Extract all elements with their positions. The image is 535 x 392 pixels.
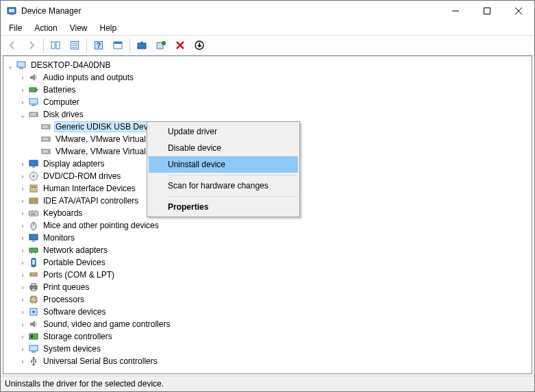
printer-icon xyxy=(28,282,39,293)
uninstall-button[interactable] xyxy=(171,36,189,54)
svg-rect-16 xyxy=(114,42,122,44)
node-label: Ports (COM & LPT) xyxy=(42,269,116,280)
node-label: Processors xyxy=(42,294,86,305)
node-label: Portable Devices xyxy=(42,257,107,268)
tree-node[interactable]: › Portable Devices xyxy=(3,256,532,269)
tree-node[interactable]: › Network adapters xyxy=(3,244,532,256)
collapse-icon[interactable]: ⌄ xyxy=(17,109,28,120)
tree-node[interactable]: › Ports (COM & LPT) xyxy=(3,269,532,281)
maximize-button[interactable] xyxy=(471,1,503,21)
tree-node[interactable]: › Monitors xyxy=(3,232,532,244)
close-button[interactable] xyxy=(503,1,534,21)
expand-icon[interactable]: › xyxy=(17,294,28,305)
expand-icon[interactable]: › xyxy=(17,158,28,169)
ctx-properties[interactable]: Properties xyxy=(149,199,298,215)
svg-point-64 xyxy=(31,274,32,275)
svg-point-39 xyxy=(33,175,35,177)
toolbar-separator xyxy=(129,38,130,52)
leaf-spacer xyxy=(29,121,40,132)
tree-node[interactable]: › Batteries xyxy=(3,84,532,96)
svg-rect-57 xyxy=(32,241,35,242)
svg-point-33 xyxy=(48,138,49,140)
tree-node-disk-drives[interactable]: ⌄ Disk drives xyxy=(3,108,532,121)
tree-node[interactable]: › Computer xyxy=(3,96,532,108)
expand-icon[interactable]: › xyxy=(17,343,28,354)
cpu-icon xyxy=(28,294,39,305)
node-label: DESKTOP-D4A0DNB xyxy=(29,60,112,71)
menu-file[interactable]: File xyxy=(3,22,27,34)
tree-node[interactable]: › Mice and other pointing devices xyxy=(3,219,532,232)
svg-rect-50 xyxy=(33,212,34,213)
tree-node[interactable]: › Processors xyxy=(3,293,532,306)
minimize-button[interactable] xyxy=(440,1,471,21)
svg-rect-53 xyxy=(31,214,36,215)
expand-icon[interactable]: › xyxy=(17,331,28,342)
tree-node[interactable]: › Sound, video and game controllers xyxy=(3,318,532,330)
ctx-scan-hardware[interactable]: Scan for hardware changes xyxy=(149,177,298,194)
forward-button[interactable] xyxy=(23,36,40,54)
show-hide-console-button[interactable] xyxy=(47,36,64,54)
svg-rect-42 xyxy=(34,186,36,188)
storage-icon xyxy=(28,331,39,342)
expand-icon[interactable]: › xyxy=(17,232,28,243)
tree-view[interactable]: ⌄ DESKTOP-D4A0DNB › Audio inputs and out… xyxy=(3,56,532,374)
tree-node[interactable]: › Software devices xyxy=(3,306,532,318)
svg-point-31 xyxy=(48,126,49,127)
action-button[interactable] xyxy=(109,36,127,54)
menu-action[interactable]: Action xyxy=(29,22,62,34)
ctx-uninstall-device[interactable]: Uninstall device xyxy=(149,156,298,173)
scan-hardware-button[interactable] xyxy=(152,36,170,54)
tree-root[interactable]: ⌄ DESKTOP-D4A0DNB xyxy=(3,59,532,71)
tree-node[interactable]: › Audio inputs and outputs xyxy=(3,71,532,84)
expand-icon[interactable]: › xyxy=(17,72,28,83)
svg-point-35 xyxy=(48,151,49,152)
portable-icon xyxy=(28,257,39,268)
svg-rect-84 xyxy=(32,352,36,353)
expand-icon[interactable]: › xyxy=(17,220,28,231)
ctx-update-driver[interactable]: Update driver xyxy=(149,123,298,140)
tree-node[interactable]: › System devices xyxy=(3,343,532,355)
expand-icon[interactable]: › xyxy=(17,208,28,219)
expand-icon[interactable]: › xyxy=(17,97,28,108)
toolbar-separator xyxy=(86,38,87,52)
expand-icon[interactable]: › xyxy=(17,245,28,256)
tree-node[interactable]: › Storage controllers xyxy=(3,330,532,343)
svg-rect-2 xyxy=(10,14,14,15)
tree-node[interactable]: › Universal Serial Bus controllers xyxy=(3,355,532,367)
svg-rect-70 xyxy=(31,297,36,302)
node-label: Universal Serial Bus controllers xyxy=(42,356,159,367)
svg-point-66 xyxy=(35,274,36,275)
menu-view[interactable]: View xyxy=(64,22,93,34)
ctx-separator xyxy=(168,196,297,197)
display-icon xyxy=(28,158,39,169)
context-menu: Update driver Disable device Uninstall d… xyxy=(147,121,300,217)
expand-icon[interactable]: › xyxy=(17,319,28,330)
tree-node[interactable]: › Print queues xyxy=(3,281,532,293)
svg-rect-68 xyxy=(32,284,36,286)
expand-icon[interactable]: › xyxy=(17,306,28,317)
expand-icon[interactable]: › xyxy=(17,84,28,95)
help-button[interactable]: ? xyxy=(90,36,108,54)
network-icon xyxy=(28,245,39,256)
svg-rect-24 xyxy=(29,88,36,92)
update-driver-button[interactable] xyxy=(133,36,151,54)
expand-icon[interactable]: › xyxy=(17,257,28,268)
expand-icon[interactable]: › xyxy=(17,195,28,206)
expand-icon[interactable]: › xyxy=(17,356,28,367)
leaf-spacer xyxy=(29,146,40,157)
svg-rect-47 xyxy=(29,211,38,216)
expand-icon[interactable]: › xyxy=(17,171,28,182)
collapse-icon[interactable]: ⌄ xyxy=(5,60,16,71)
properties-button[interactable] xyxy=(66,36,84,54)
svg-rect-27 xyxy=(32,105,36,106)
svg-rect-52 xyxy=(36,212,36,213)
menu-help[interactable]: Help xyxy=(95,22,123,34)
node-label: Generic UDISK USB Device xyxy=(54,121,160,132)
expand-icon[interactable]: › xyxy=(17,183,28,194)
expand-icon[interactable]: › xyxy=(17,282,28,293)
disable-button[interactable] xyxy=(190,36,208,54)
ctx-disable-device[interactable]: Disable device xyxy=(149,140,298,156)
menubar: File Action View Help xyxy=(1,21,534,35)
back-button[interactable] xyxy=(3,36,21,54)
expand-icon[interactable]: › xyxy=(17,269,28,280)
